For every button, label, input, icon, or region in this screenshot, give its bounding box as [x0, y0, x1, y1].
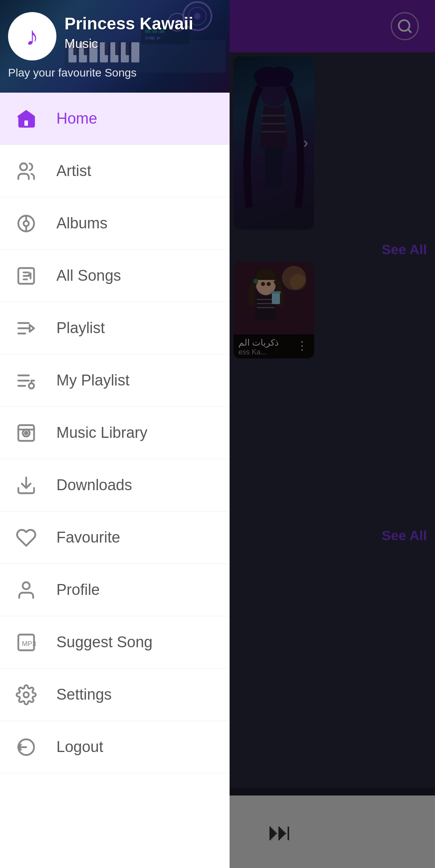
svg-point-43: [194, 13, 201, 19]
sidebar-drawer: 00:00:00 STAND BY ♪ Princess Kawaii Musi…: [0, 0, 230, 868]
sidebar-item-music-library-label: Music Library: [56, 424, 147, 441]
logout-icon: [12, 733, 40, 761]
sidebar-item-all-songs[interactable]: All Songs: [0, 250, 230, 302]
downloads-icon: [12, 471, 40, 499]
favourite-icon: [12, 524, 40, 552]
app-logo: ♪: [8, 12, 56, 60]
sidebar-item-suggest-song[interactable]: MP3 Suggest Song: [0, 616, 230, 669]
sidebar-item-artist-label: Artist: [56, 162, 91, 180]
sidebar-item-logout-label: Logout: [56, 738, 103, 756]
sidebar-item-profile[interactable]: Profile: [0, 564, 230, 616]
app-name: Princess Kawaii: [64, 14, 193, 33]
sidebar-item-settings-label: Settings: [56, 686, 112, 703]
sidebar-item-settings[interactable]: Settings: [0, 669, 230, 721]
profile-icon: [12, 576, 40, 604]
sidebar-item-suggest-song-label: Suggest Song: [56, 634, 153, 651]
app-subtitle: Music: [64, 36, 98, 51]
svg-point-63: [25, 431, 28, 434]
svg-point-66: [23, 582, 29, 589]
app-tagline: Play your favourite Songs: [8, 66, 137, 79]
music-library-icon: [12, 419, 40, 447]
svg-text:MP3: MP3: [22, 639, 36, 647]
sidebar-item-my-playlist[interactable]: My Playlist: [0, 354, 230, 407]
sidebar-item-artist[interactable]: Artist: [0, 145, 230, 197]
home-icon: [12, 105, 40, 133]
sidebar-item-playlist[interactable]: Playlist: [0, 302, 230, 354]
music-note-icon: ♪: [26, 21, 39, 51]
svg-rect-36: [115, 42, 121, 55]
sidebar-item-albums-label: Albums: [56, 215, 108, 232]
suggest-song-icon: MP3: [12, 628, 40, 657]
svg-text:STAND BY: STAND BY: [145, 37, 161, 40]
drawer-overlay[interactable]: [226, 0, 435, 868]
menu-list: Home Artist: [0, 93, 230, 868]
sidebar-item-albums[interactable]: Albums: [0, 197, 230, 250]
settings-icon: [12, 681, 40, 709]
playlist-icon: [12, 314, 40, 342]
sidebar-item-all-songs-label: All Songs: [56, 267, 121, 284]
sidebar-item-logout[interactable]: Logout: [0, 721, 230, 773]
sidebar-item-favourite[interactable]: Favourite: [0, 512, 230, 564]
sidebar-item-downloads[interactable]: Downloads: [0, 459, 230, 512]
artist-icon: [12, 157, 40, 185]
sidebar-item-downloads-label: Downloads: [56, 476, 132, 494]
svg-rect-35: [105, 42, 110, 55]
sidebar-item-profile-label: Profile: [56, 581, 100, 599]
sidebar-item-home[interactable]: Home: [0, 93, 230, 145]
all-songs-icon: [12, 262, 40, 290]
albums-icon: [12, 209, 40, 238]
sidebar-item-my-playlist-label: My Playlist: [56, 372, 130, 389]
sidebar-item-music-library[interactable]: Music Library: [0, 407, 230, 459]
svg-rect-37: [126, 42, 131, 55]
svg-point-69: [24, 692, 29, 697]
drawer-header: 00:00:00 STAND BY ♪ Princess Kawaii Musi…: [0, 0, 230, 93]
my-playlist-icon: [12, 367, 40, 395]
svg-rect-46: [24, 120, 29, 126]
sidebar-item-favourite-label: Favourite: [56, 529, 120, 546]
sidebar-item-playlist-label: Playlist: [56, 319, 105, 337]
sidebar-item-home-label: Home: [56, 110, 97, 127]
svg-rect-32: [131, 42, 139, 62]
